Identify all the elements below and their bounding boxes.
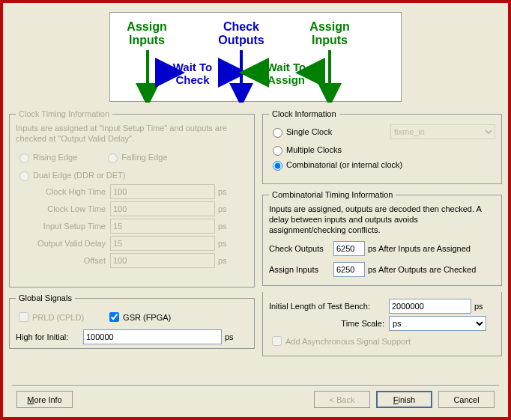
falling-edge-radio: Falling Edge xyxy=(104,151,167,163)
offset-input xyxy=(110,253,215,268)
clock-low-time-input xyxy=(110,201,215,216)
finish-button[interactable]: Finish xyxy=(376,391,432,408)
async-signal-checkbox: Add Asynchronous Signal Support xyxy=(269,334,495,348)
global-signals-legend: Global Signals xyxy=(16,293,75,302)
diagram-arrows-svg xyxy=(110,13,402,103)
combinatorial-radio[interactable]: Combinatorial (or internal clock) xyxy=(269,159,495,171)
misc-fieldset: Initial Length of Test Bench:ps Time Sca… xyxy=(262,292,502,356)
assign-inputs-label: Assign Inputs xyxy=(269,265,333,274)
cancel-button[interactable]: Cancel xyxy=(438,391,495,408)
clock-high-time-input xyxy=(110,184,215,199)
time-scale-label: Time Scale: xyxy=(269,319,389,328)
high-initial-label: High for Initial: xyxy=(16,332,83,341)
input-setup-time-input xyxy=(110,219,215,234)
clock-timing-desc: Inputs are assigned at "Input Setup Time… xyxy=(16,123,248,144)
multiple-clocks-radio[interactable]: Multiple Clocks xyxy=(269,144,495,156)
timing-diagram: AssignInputs CheckOutputs AssignInputs W… xyxy=(109,12,402,102)
clock-info-legend: Clock Information xyxy=(269,109,339,118)
clock-timing-legend: Clock Timing Information xyxy=(16,109,112,118)
input-setup-time-label: Input Setup Time xyxy=(16,222,110,231)
check-outputs-input[interactable] xyxy=(333,241,365,256)
combinatorial-desc: Inputs are assigned, outputs are decoded… xyxy=(269,204,495,235)
assign-inputs-input[interactable] xyxy=(333,262,365,277)
combinatorial-timing-legend: Combinatorial Timing Information xyxy=(269,190,396,199)
output-valid-delay-input xyxy=(110,236,215,251)
initial-length-input[interactable] xyxy=(389,299,471,314)
gsr-checkbox[interactable]: GSR (FPGA) xyxy=(106,310,171,324)
offset-label: Offset xyxy=(16,256,110,265)
rising-edge-radio: Rising Edge xyxy=(16,151,77,163)
initial-length-label: Initial Length of Test Bench: xyxy=(269,302,389,311)
check-outputs-label: Check Outputs xyxy=(269,244,333,253)
output-valid-delay-label: Output Valid Delay xyxy=(16,239,110,248)
button-separator xyxy=(12,385,499,386)
clock-low-time-label: Clock Low Time xyxy=(16,204,110,213)
button-bar: < Back Finish Cancel xyxy=(314,391,495,408)
clock-high-time-label: Clock High Time xyxy=(16,187,110,196)
more-info-button[interactable]: More Info xyxy=(16,391,73,408)
assign-inputs-after: ps After Outputs are Checked xyxy=(368,265,476,274)
check-outputs-after: ps After Inputs are Assigned xyxy=(368,244,471,253)
single-clock-select: fixme_in xyxy=(390,124,495,139)
high-initial-input[interactable] xyxy=(83,329,222,344)
combinatorial-timing-fieldset: Combinatorial Timing Information Inputs … xyxy=(262,190,502,286)
clock-timing-fieldset: Clock Timing Information Inputs are assi… xyxy=(9,109,255,287)
time-scale-select[interactable]: ps xyxy=(389,316,486,331)
global-signals-fieldset: Global Signals PRLD (CPLD) GSR (FPGA) Hi… xyxy=(9,293,255,349)
dual-edge-radio: Dual Edge (DDR or DET) xyxy=(16,169,248,181)
dialog-window: AssignInputs CheckOutputs AssignInputs W… xyxy=(0,0,511,420)
clock-info-fieldset: Clock Information Single Clock fixme_in … xyxy=(262,109,502,184)
back-button: < Back xyxy=(314,391,370,408)
prld-checkbox: PRLD (CPLD) xyxy=(16,310,84,324)
single-clock-radio[interactable]: Single Clock xyxy=(269,126,332,138)
